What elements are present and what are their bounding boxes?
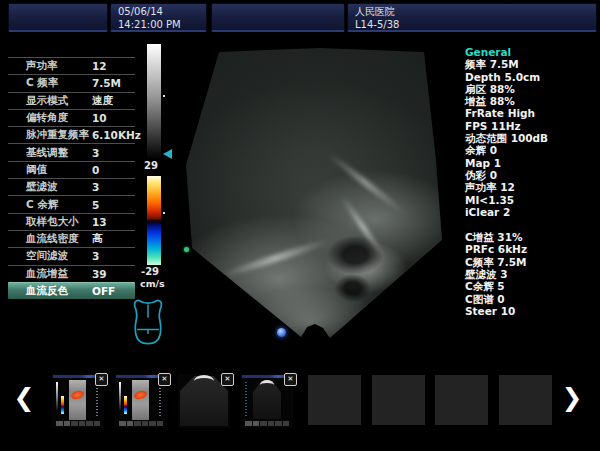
thumbnail-empty-slot bbox=[499, 375, 552, 425]
thumb-text-specks bbox=[96, 382, 98, 416]
parameter-value: 13 bbox=[92, 216, 107, 228]
parameter-value: 3 bbox=[92, 181, 99, 193]
setting-line: 余辉 0 bbox=[465, 144, 597, 156]
parameter-label: C 频率 bbox=[26, 76, 58, 90]
parameter-value: OFF bbox=[92, 285, 115, 297]
parameter-value: 高 bbox=[92, 232, 103, 246]
parameter-value: 12 bbox=[92, 60, 107, 72]
body-marker-icon[interactable] bbox=[126, 297, 170, 347]
close-icon[interactable]: ✕ bbox=[284, 373, 297, 386]
b-mode-settings: 频率 7.5M Depth 5.0cm 扇区 88% 增益 88% FrRate… bbox=[465, 58, 597, 218]
hospital-name: 人民医院 bbox=[355, 5, 589, 18]
thumbnail-empty-slot bbox=[308, 375, 361, 425]
preset-title: General bbox=[465, 46, 597, 58]
thumb-mini-strip bbox=[56, 421, 100, 426]
thumb-text-specks bbox=[159, 382, 161, 416]
parameter-row[interactable]: 壁滤波 3 bbox=[8, 178, 135, 195]
setting-line: C频率 7.5M bbox=[465, 256, 597, 268]
close-icon[interactable]: ✕ bbox=[95, 373, 108, 386]
thumb-linear-image bbox=[69, 380, 86, 420]
thumbnail-sector-2[interactable]: ✕ bbox=[241, 374, 293, 428]
probe-orientation-marker bbox=[277, 328, 286, 337]
parameter-row[interactable]: 显示模式 速度 bbox=[8, 92, 135, 109]
parameter-label: 显示模式 bbox=[26, 94, 68, 108]
setting-line: MI<1.35 bbox=[465, 194, 597, 206]
parameter-row[interactable]: 阈值 0 bbox=[8, 161, 135, 178]
grayscale-bar bbox=[147, 44, 161, 159]
velocity-max: 29 bbox=[144, 160, 158, 171]
parameter-row[interactable]: 血流增益 39 bbox=[8, 265, 135, 282]
thumbnail-doppler-1[interactable]: ✕ bbox=[52, 374, 104, 428]
thumb-text-specks bbox=[245, 382, 247, 416]
parameter-label: 壁滤波 bbox=[26, 180, 58, 194]
parameter-label: 阈值 bbox=[26, 163, 47, 177]
parameter-value: 0 bbox=[92, 164, 99, 176]
scale-tick bbox=[163, 95, 165, 97]
date-text: 05/06/14 bbox=[118, 5, 199, 18]
thumb-grayscale-bar bbox=[119, 382, 121, 410]
close-icon[interactable]: ✕ bbox=[221, 373, 234, 386]
parameter-label: 偏转角度 bbox=[26, 111, 68, 125]
setting-line: iClear 2 bbox=[465, 206, 597, 218]
setting-line: 动态范围 100dB bbox=[465, 132, 597, 144]
thumb-mini-strip bbox=[245, 421, 289, 426]
thumbnail-empty-slot bbox=[435, 375, 488, 425]
close-icon[interactable]: ✕ bbox=[158, 373, 171, 386]
parameter-value: 7.5M bbox=[92, 77, 121, 89]
setting-line: Depth 5.0cm bbox=[465, 71, 597, 83]
thumbnails-next-button[interactable]: ❯ bbox=[559, 382, 585, 414]
echo-streak bbox=[339, 194, 388, 261]
thumbnail-sector-1[interactable]: ✕ bbox=[178, 374, 230, 428]
setting-line: FPS 11Hz bbox=[465, 120, 597, 132]
thumbnail-doppler-2[interactable]: ✕ bbox=[115, 374, 167, 428]
setting-line: 声功率 12 bbox=[465, 181, 597, 193]
parameter-label: 基线调整 bbox=[26, 146, 68, 160]
thumb-mini-strip bbox=[119, 421, 163, 426]
parameter-row[interactable]: 取样包大小 13 bbox=[8, 213, 135, 230]
parameter-row[interactable]: C 余辉 5 bbox=[8, 195, 135, 212]
parameter-value: 速度 bbox=[92, 94, 113, 108]
parameter-label: 血流增益 bbox=[26, 267, 68, 281]
parameter-label: 血流线密度 bbox=[26, 232, 79, 246]
imaging-settings-panel: General 频率 7.5M Depth 5.0cm 扇区 88% 增益 88… bbox=[465, 46, 597, 317]
thumb-color-bar bbox=[61, 396, 64, 414]
setting-line: 扇区 88% bbox=[465, 83, 597, 95]
setting-line: Steer 10 bbox=[465, 305, 597, 317]
probe-model: L14-5/38 bbox=[355, 18, 589, 31]
parameter-label: C 余辉 bbox=[26, 198, 58, 212]
echo-streak bbox=[325, 150, 407, 216]
parameter-row[interactable]: C 频率 7.5M bbox=[8, 74, 135, 91]
ultrasound-image bbox=[185, 45, 447, 345]
parameter-value: 10 bbox=[92, 112, 107, 124]
focus-marker bbox=[184, 247, 189, 252]
thumbnail-empty-slot bbox=[372, 375, 425, 425]
setting-line: 伪彩 0 bbox=[465, 169, 597, 181]
parameter-row[interactable]: 偏转角度 10 bbox=[8, 109, 135, 126]
velocity-unit: cm/s bbox=[140, 278, 165, 289]
parameter-row[interactable]: 声功率 12 bbox=[8, 57, 135, 74]
setting-line: 频率 7.5M bbox=[465, 58, 597, 70]
exam-info-box bbox=[211, 3, 345, 32]
setting-line: PRFc 6kHz bbox=[465, 243, 597, 255]
parameter-row[interactable]: 血流线密度 高 bbox=[8, 230, 135, 247]
parameter-label: 空间滤波 bbox=[26, 249, 68, 263]
parameter-row[interactable]: 基线调整 3 bbox=[8, 143, 135, 160]
hospital-box: 人民医院 L14-5/38 bbox=[347, 3, 597, 32]
parameter-row[interactable]: 血流反色 OFF bbox=[8, 282, 135, 299]
parameter-panel: 声功率 12 C 频率 7.5M 显示模式 速度 偏转角度 10 脉冲重复频率 … bbox=[8, 57, 135, 299]
parameter-label: 取样包大小 bbox=[26, 215, 79, 229]
thumbnails-prev-button[interactable]: ❮ bbox=[11, 382, 37, 414]
ultrasound-screen: 05/06/14 14:21:00 PM 人民医院 L14-5/38 声功率 1… bbox=[0, 0, 600, 451]
setting-line: C图谱 0 bbox=[465, 293, 597, 305]
setting-line: C增益 31% bbox=[465, 231, 597, 243]
color-velocity-bar bbox=[147, 176, 161, 265]
parameter-label: 血流反色 bbox=[26, 284, 68, 298]
parameter-row[interactable]: 空间滤波 3 bbox=[8, 247, 135, 264]
color-mode-settings: C增益 31% PRFc 6kHz C频率 7.5M 壁滤波 3 C余辉 5 C… bbox=[465, 231, 597, 317]
parameter-row[interactable]: 脉冲重复频率 6.10KHz bbox=[8, 126, 135, 143]
thumb-linear-image bbox=[132, 380, 149, 420]
parameter-value: 3 bbox=[92, 147, 99, 159]
datetime-box: 05/06/14 14:21:00 PM bbox=[110, 3, 207, 32]
setting-line: C余辉 5 bbox=[465, 280, 597, 292]
thumb-probe-arc bbox=[260, 380, 274, 390]
